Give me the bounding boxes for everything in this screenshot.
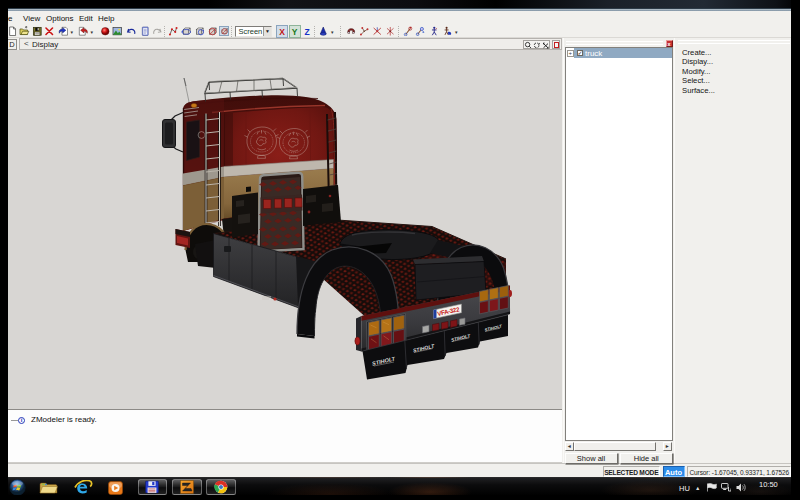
scroll-thumb[interactable]	[574, 442, 656, 451]
floppy-app-button[interactable]	[138, 479, 168, 495]
command-select[interactable]: Select...	[682, 76, 710, 85]
tree-checkbox[interactable]: ✓	[577, 50, 584, 57]
view-mode-button[interactable]: D	[8, 39, 17, 50]
vertices-mode-icon[interactable]	[168, 26, 179, 37]
truck-model[interactable]: VFA-322 STIHOLT STIHOLT STIHOLT S	[8, 50, 562, 409]
taskbar: HU ▲ 10:50	[0, 477, 800, 495]
close-icon[interactable]: x	[666, 40, 673, 47]
material-editor-icon[interactable]	[112, 26, 123, 37]
viewport-3d[interactable]: VFA-322 STIHOLT STIHOLT STIHOLT S	[8, 50, 562, 409]
select-separated-icon[interactable]	[207, 26, 218, 37]
viewport-caption-label[interactable]: Display	[32, 40, 58, 50]
undo-icon[interactable]	[126, 26, 137, 37]
chrome-app-button[interactable]	[206, 479, 236, 495]
detach-tool-icon[interactable]	[372, 26, 383, 37]
menu-view[interactable]: View	[23, 13, 40, 23]
move-tool-icon[interactable]	[346, 26, 357, 37]
command-modify[interactable]: Modify...	[682, 67, 710, 76]
scene-tree[interactable]	[565, 47, 673, 441]
panel-splitter-left[interactable]	[563, 38, 564, 463]
maximize-icon	[554, 42, 559, 48]
viewport-maximize-button[interactable]	[552, 40, 560, 50]
status-bar: SELECTED MODE Auto Cursor: -1.67045, 0.9…	[8, 463, 791, 477]
show-all-button[interactable]: Show all	[565, 453, 618, 464]
gizmo-cone-icon[interactable]	[318, 26, 329, 37]
toolbar-separator-4	[340, 26, 342, 37]
select-selected-icon[interactable]	[219, 26, 230, 37]
screen-border-right	[791, 0, 800, 500]
network-icon[interactable]	[721, 483, 731, 492]
bones-tool-icon[interactable]	[403, 26, 414, 37]
export-icon[interactable]	[78, 26, 89, 37]
action-center-flag-icon[interactable]	[706, 483, 717, 492]
tree-grip-line2	[566, 44, 663, 45]
open-file-icon[interactable]	[19, 26, 30, 37]
import-icon[interactable]	[58, 26, 69, 37]
command-surface[interactable]: Surface...	[682, 86, 715, 95]
skeleton-tool-icon[interactable]	[415, 26, 426, 37]
axis-space-combobox[interactable]: Screen ▼	[235, 26, 273, 37]
menu-options[interactable]: Options	[46, 13, 74, 23]
notes-icon[interactable]	[140, 26, 151, 37]
start-orb-icon[interactable]	[9, 479, 26, 496]
volume-icon[interactable]	[736, 483, 746, 492]
axis-y-button[interactable]: Y	[289, 25, 301, 38]
redo-icon[interactable]	[152, 26, 163, 37]
menu-help[interactable]: Help	[98, 13, 114, 23]
biped-tool-icon[interactable]	[429, 26, 440, 37]
hide-all-button[interactable]: Hide all	[620, 453, 673, 464]
desktop: File View Options Edit Help ▾ ▾ Screen ▼…	[0, 0, 800, 500]
new-file-icon[interactable]	[7, 26, 18, 37]
log-panel: i ZModeler is ready.	[8, 409, 562, 463]
media-player-icon[interactable]	[108, 481, 123, 495]
language-indicator[interactable]: HU	[679, 484, 690, 493]
scroll-right-icon[interactable]: ►	[663, 442, 672, 451]
explorer-folder-icon[interactable]	[39, 482, 58, 494]
floppy-app-icon	[145, 480, 159, 493]
viewport-caption-bar[interactable]	[19, 38, 562, 50]
viewport-zoom-tools	[523, 40, 550, 50]
combo-dropdown-icon[interactable]: ▼	[263, 27, 271, 36]
render-icon[interactable]	[100, 26, 111, 37]
zmodeler-app-icon	[180, 480, 194, 494]
delete-tool-icon[interactable]	[385, 26, 396, 37]
viewport-caption-arrow[interactable]: <	[24, 39, 29, 49]
axis-x-button[interactable]: X	[276, 25, 288, 38]
zmodeler-app-button[interactable]	[172, 479, 202, 495]
skin-dropdown-icon[interactable]: ▾	[455, 30, 460, 34]
gizmo-dropdown-icon[interactable]: ▾	[331, 30, 336, 34]
tree-item-label[interactable]: truck	[585, 49, 602, 58]
zoom-orbit-pan-icons[interactable]	[524, 41, 550, 50]
wallpaper-top-strip	[0, 0, 800, 8]
tree-expander-icon[interactable]: +	[567, 50, 574, 57]
log-message: ZModeler is ready.	[31, 415, 97, 424]
tree-hscrollbar[interactable]: ◄ ►	[565, 442, 673, 451]
export-dropdown-icon[interactable]: ▾	[91, 30, 96, 34]
select-single-icon[interactable]	[194, 26, 205, 37]
truck-back-grille	[259, 173, 304, 252]
clock[interactable]: 10:50	[759, 480, 778, 489]
command-display[interactable]: Display...	[682, 57, 713, 66]
screen-border-bottom	[0, 495, 800, 500]
status-cursor: Cursor: -1.67045, 0.93371, 1.67526	[687, 466, 791, 478]
truck-under-cab	[195, 240, 216, 268]
import-dropdown-icon[interactable]: ▾	[71, 30, 76, 34]
select-quadr-icon[interactable]	[181, 26, 192, 37]
commands-grip-line1	[678, 40, 790, 41]
attach-tool-icon[interactable]	[359, 26, 370, 37]
panel-splitter-right[interactable]	[674, 38, 675, 463]
axis-space-value: Screen	[239, 27, 263, 36]
save-file-icon[interactable]	[32, 26, 43, 37]
truck-beacon	[191, 103, 197, 107]
log-tree-line	[11, 420, 18, 421]
tray-expand-icon[interactable]: ▲	[695, 485, 700, 491]
internet-explorer-icon[interactable]	[73, 480, 93, 494]
scroll-left-icon[interactable]: ◄	[565, 442, 574, 451]
skin-tool-icon[interactable]	[442, 26, 453, 37]
screen-border-left	[0, 0, 8, 500]
status-auto-badge[interactable]: Auto	[663, 466, 685, 478]
command-create[interactable]: Create...	[682, 48, 711, 57]
delete-icon[interactable]	[44, 26, 55, 37]
menu-edit[interactable]: Edit	[79, 13, 93, 23]
axis-z-button[interactable]: Z	[301, 25, 313, 38]
